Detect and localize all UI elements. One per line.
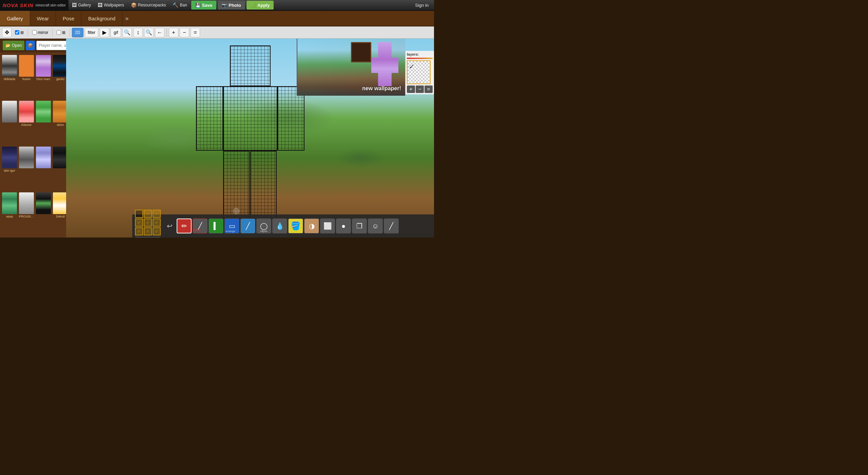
ellipse-tool[interactable]: ◯ ellipsis [256, 218, 271, 233]
spray-tool[interactable]: 💧 [272, 218, 287, 233]
undo-button[interactable]: ↩ [165, 218, 174, 233]
layer-thumbnail[interactable]: ✓ [407, 60, 431, 84]
zoom-out-button[interactable]: − [180, 28, 189, 37]
list-item[interactable]: Deku8 [52, 191, 66, 236]
list-item[interactable] [52, 145, 66, 190]
face-tool[interactable]: ☺ [368, 218, 383, 233]
pencil-tool[interactable]: ✏ [177, 218, 192, 233]
erase-tool[interactable]: ⬜ [320, 218, 335, 233]
wallpaper-preview[interactable]: new wallpaper! [297, 39, 405, 96]
play-button[interactable]: ▶ [100, 28, 109, 37]
skin-thumbnail [53, 101, 66, 122]
layer-reset-button[interactable]: = [425, 86, 433, 93]
spray-icon: 💧 [276, 222, 284, 230]
list-item[interactable] [35, 99, 52, 145]
list-item[interactable] [35, 191, 52, 236]
list-item[interactable]: skin igor [1, 145, 18, 190]
part-check-icon: ✓ [137, 229, 141, 234]
filter-button[interactable]: filter [85, 28, 99, 37]
list-item[interactable]: Dino marc [35, 54, 52, 99]
part-cell-3[interactable]: ✓ [153, 210, 161, 218]
line-tool[interactable]: line ╱ [193, 218, 208, 233]
thin-tool[interactable]: ╱ [384, 218, 399, 233]
nav-wallpapers[interactable]: 🖼 Wallpapers [94, 0, 127, 11]
mirror-checkbox[interactable] [32, 30, 37, 35]
grid2-checkbox[interactable] [57, 30, 61, 35]
back-button[interactable]: ← [155, 28, 164, 37]
signin-button[interactable]: Sign in [410, 3, 434, 8]
apply-button[interactable]: 🟩 Apply [246, 1, 274, 10]
darken-tool[interactable]: ◑ [304, 218, 319, 233]
list-item[interactable]: dididada [1, 54, 18, 99]
part-cell-7[interactable]: ✓ [135, 227, 143, 235]
arrows-button[interactable]: ↕ [133, 28, 143, 37]
dropbox-icon: 📦 [28, 43, 33, 48]
tab-collapse-button[interactable]: » [122, 15, 131, 22]
copy-icon: ❐ [356, 222, 362, 230]
list-item[interactable]: fusion [18, 54, 35, 99]
skin-thumbnail [2, 101, 17, 122]
tab-pose[interactable]: Pose [56, 11, 81, 26]
list-item[interactable]: нрнр [1, 191, 18, 236]
nav-gallery[interactable]: 🖼 Gallery [68, 0, 94, 11]
gif-button[interactable]: gif [111, 28, 121, 37]
mirror-toggle[interactable]: mirror [30, 30, 50, 36]
photo-button[interactable]: 📷 Photo [218, 1, 245, 10]
save-button[interactable]: 💾 Save [191, 1, 216, 10]
skin-left-leg [223, 151, 250, 225]
part-cell-4[interactable]: ✓ [135, 218, 143, 227]
tab-gallery[interactable]: Gallery [0, 11, 30, 26]
apply-label: Apply [257, 3, 270, 8]
minus-icon: − [183, 30, 186, 36]
grid-toggle[interactable]: ⊞ [13, 30, 26, 36]
list-item[interactable]: Kitsune [18, 99, 35, 145]
list-item[interactable] [35, 145, 52, 190]
rectangle-tool[interactable]: ▭ rectangle [224, 218, 239, 233]
select-tool-button[interactable]: ✥ [2, 28, 12, 37]
tab-wear[interactable]: Wear [30, 11, 56, 26]
gallery-icon: 🖼 [72, 2, 77, 8]
list-item[interactable]: gecko [52, 54, 66, 99]
part-cell-5[interactable]: ✓ [144, 218, 152, 227]
part-cell-8[interactable]: ✓ [144, 227, 152, 235]
layer-remove-button[interactable]: − [416, 86, 424, 93]
list-item[interactable]: skinn [52, 99, 66, 145]
grid-checkbox[interactable] [15, 30, 19, 35]
bottom-toolbar: ✓ ✓ ✓ ✓ ✓ ✓ ✓ ✓ Parts ▼ ↩ [132, 214, 434, 238]
part-cell-1[interactable] [135, 210, 143, 218]
skin-thumbnail [19, 192, 34, 214]
list-item[interactable] [1, 99, 18, 145]
color-pick-tool[interactable]: ● [336, 218, 351, 233]
rect-icon: ▭ [229, 222, 235, 230]
nav-ban[interactable]: 🔨 Ban [169, 0, 190, 11]
part-cell-9[interactable]: ✓ [153, 227, 161, 235]
list-item[interactable] [18, 145, 35, 190]
tab-bar: Gallery Wear Pose Background » [0, 11, 434, 26]
2d-button[interactable]: 2D [72, 28, 83, 37]
zoom-in-button[interactable]: + [169, 28, 178, 37]
copy-tool[interactable]: ❐ [352, 218, 367, 233]
part-cell-2[interactable]: ✓ [144, 210, 152, 218]
zoom-reset-button[interactable]: = [191, 28, 200, 37]
list-item[interactable]: PRO100i... [18, 191, 35, 236]
open-button[interactable]: 📂 Open [3, 41, 24, 50]
editor-canvas-area[interactable]: layers: ✓ + − = new wallpaper! [66, 39, 434, 238]
nav-resourcepacks[interactable]: 📦 Resourcepacks [127, 0, 170, 11]
layer-add-button[interactable]: + [407, 86, 415, 93]
zoom-button[interactable]: 🔍 [144, 28, 154, 37]
erase-icon: ⬜ [323, 222, 332, 230]
knife-icon: ╱ [246, 222, 250, 230]
search-input[interactable] [36, 41, 66, 50]
skin-name: skin igor [4, 169, 15, 172]
tab-background[interactable]: Background [81, 11, 122, 26]
knife-tool[interactable]: ╱ [240, 218, 255, 233]
skin-canvas-container[interactable] [216, 45, 284, 235]
search-button[interactable]: 🔍 [122, 28, 132, 37]
parts-dropdown-button[interactable]: Parts ▼ [135, 237, 161, 238]
marker-tool[interactable]: ▍ [209, 218, 223, 233]
tool-palette: ↩ ✏ line ╱ ▍ ▭ rectangle ╱ [165, 218, 399, 233]
fill-tool[interactable]: 🪣 [288, 218, 303, 233]
grid2-toggle[interactable]: ⊞ [55, 30, 67, 36]
part-cell-6[interactable]: ✓ [153, 218, 161, 227]
dropbox-button[interactable]: 📦 [26, 41, 35, 50]
